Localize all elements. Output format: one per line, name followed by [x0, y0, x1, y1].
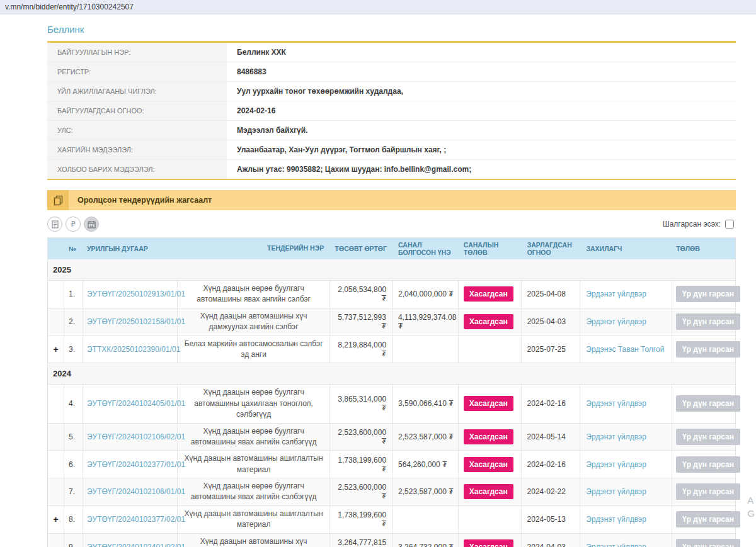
header-tender-name: ТЕНДЕРИЙН НЭР — [178, 238, 331, 259]
price-icon[interactable]: ₽ — [66, 217, 81, 232]
header-number: № — [64, 238, 83, 259]
info-row: ХАЯГИЙН МЭДЭЭЛЭЛ:Улаанбаатар, Хан-Уул дү… — [47, 140, 736, 160]
status-badge: Хасагдсан — [464, 314, 513, 329]
info-row: ХОЛБОО БАРИХ МЭДЭЭЛЭЛ:Ажлын утас: 990358… — [47, 160, 736, 179]
result-button[interactable]: Үр дүн гарсан — [676, 539, 740, 547]
tender-name: Хүнд даацын автомашины ашиглалтын матери… — [178, 506, 330, 533]
address-bar[interactable]: v.mn/mn/bidder/entity/1710300242507 — [0, 0, 756, 14]
row-expander[interactable] — [48, 478, 64, 505]
header-expander — [48, 238, 64, 259]
status-badge: Хасагдсан — [464, 286, 513, 302]
customer-link[interactable]: Эрдэнэс Таван Толгой — [586, 345, 664, 354]
offer-value: 3,264,732,000 ₮ — [393, 534, 459, 547]
table-row: 1. ЭУТӨҮГ/20250102913/01/01 Хүнд даацын … — [48, 281, 735, 308]
offer-status-cell: Хасагдсан — [459, 308, 522, 336]
offer-value: 3,590,066,410 ₮ — [393, 385, 459, 422]
budget-value: 3,264,777,815 ₮ — [330, 534, 393, 547]
info-value: Улаанбаатар, Хан-Уул дүүрэг, Тогтмол бай… — [227, 140, 736, 159]
info-row: УЛС:Мэдээлэл байхгүй. — [47, 121, 736, 140]
invoice-icon[interactable] — [47, 217, 62, 232]
cropped-edge-line: A — [747, 493, 755, 507]
result-button[interactable]: Үр дүн гарсан — [676, 429, 740, 445]
invitation-number-link[interactable]: ЭУТӨҮГ/20240102106/02/01 — [87, 432, 185, 441]
announced-date: 2024-05-13 — [522, 506, 581, 533]
announced-date: 2025-07-25 — [522, 336, 581, 363]
row-expander[interactable] — [48, 308, 64, 336]
customer-link[interactable]: Эрдэнэт үйлдвэр — [586, 317, 646, 326]
budget-value: 8,219,884,000 ₮ — [330, 336, 393, 363]
customer-link[interactable]: Эрдэнэт үйлдвэр — [586, 515, 646, 524]
info-label: ХОЛБОО БАРИХ МЭДЭЭЛЭЛ: — [47, 160, 227, 179]
offer-value — [393, 506, 459, 533]
checked-filter: Шалгарсан эсэх: — [663, 218, 736, 230]
tender-name: Хүнд даацын өөрөө буулгагч автомашины яв… — [178, 478, 330, 505]
table-row: 5. ЭУТӨҮГ/20240102106/02/01 Хүнд даацын … — [48, 424, 735, 451]
checked-filter-checkbox[interactable] — [725, 220, 734, 228]
customer-link[interactable]: Эрдэнэт үйлдвэр — [586, 432, 646, 441]
row-expander[interactable] — [48, 451, 64, 478]
section-banner: Оролцсон тендерүүдийн жагсаалт — [47, 190, 736, 210]
year-group-row: 2025 — [48, 259, 735, 281]
tender-name-text: Хүнд даацын өөрөө буулгагч автомашины ца… — [184, 387, 323, 420]
info-value: Уул уурхайн тоног төхөөрөмжийн худалдаа, — [227, 82, 736, 101]
offer-value: 2,523,587,000 ₮ — [393, 478, 459, 505]
row-number: 6. — [64, 451, 83, 478]
tender-table-body: 2025 1. ЭУТӨҮГ/20250102913/01/01 Хүнд да… — [48, 259, 735, 547]
result-button[interactable]: Үр дүн гарсан — [676, 483, 740, 500]
tender-name-text: Хүнд даацын автомашины ашиглалтын матери… — [184, 509, 323, 531]
main-content: Беллинк БАЙГУУЛЛАГЫН НЭР:Беллинк ХХКРЕГИ… — [47, 24, 736, 547]
customer-link[interactable]: Эрдэнэт үйлдвэр — [586, 487, 646, 496]
status-badge: Хасагдсан — [464, 484, 513, 499]
row-expander[interactable] — [48, 281, 64, 308]
invitation-number-link[interactable]: ЭУТӨҮГ/20250102913/01/01 — [87, 290, 185, 298]
invitation-number-link[interactable]: ЭТТХК/20250102390/01/01 — [87, 345, 180, 354]
invitation-number-link[interactable]: ЭУТӨҮГ/20240102401/02/01 — [87, 543, 185, 547]
row-expander[interactable]: + — [48, 506, 64, 533]
budget-value: 2,523,600,000 ₮ — [330, 478, 393, 505]
invitation-number-link[interactable]: ЭУТӨҮГ/20240102377/01/01 — [87, 460, 185, 469]
invitation-number-link[interactable]: ЭУТӨҮГ/20240102405/01/01 — [87, 399, 185, 408]
table-row: 9. ЭУТӨҮГ/20240102401/02/01 Хүнд даацын … — [48, 534, 735, 547]
result-button[interactable]: Үр дүн гарсан — [676, 341, 740, 358]
tender-name: Хүнд даацын автомашины хүч дамжуулах анг… — [178, 308, 330, 336]
offer-value: 564,260,000 ₮ — [393, 451, 459, 478]
calendar-icon[interactable] — [84, 217, 99, 232]
checked-filter-label: Шалгарсан эсэх: — [663, 220, 721, 228]
tender-name-text: Хүнд даацын автомашины ашиглалтын матери… — [184, 453, 323, 475]
invitation-number-link[interactable]: ЭУТӨҮГ/20250102158/01/01 — [87, 317, 185, 326]
row-expander[interactable]: + — [48, 336, 64, 363]
pages-icon — [47, 190, 69, 210]
customer-link[interactable]: Эрдэнэт үйлдвэр — [586, 290, 646, 298]
invitation-number-link[interactable]: ЭУТӨҮГ/20240102377/02/01 — [87, 515, 185, 524]
tender-name-text: Белаз маркийн автосамосвалын сэлбэг эд а… — [184, 339, 323, 361]
row-number: 9. — [64, 534, 83, 547]
page-title: Беллинк — [47, 24, 736, 35]
header-customer: ЗАХИЛАГЧ — [580, 238, 672, 259]
customer-link[interactable]: Эрдэнэт үйлдвэр — [586, 399, 646, 408]
result-button[interactable]: Үр дүн гарсан — [676, 511, 740, 527]
result-button[interactable]: Үр дүн гарсан — [676, 395, 740, 412]
row-expander[interactable] — [48, 424, 64, 451]
info-value: 2024-02-16 — [227, 101, 736, 120]
tender-name-text: Хүнд даацын өөрөө буулгагч автомашины яв… — [184, 283, 323, 305]
row-number: 1. — [64, 281, 83, 308]
cropped-edge-text: A G — [747, 493, 755, 520]
header-offer: САНАЛ БОЛГОСОН ҮНЭ — [393, 238, 459, 259]
result-button[interactable]: Үр дүн гарсан — [676, 456, 740, 473]
table-row: 2. ЭУТӨҮГ/20250102158/01/01 Хүнд даацын … — [48, 308, 735, 336]
row-expander[interactable] — [48, 385, 64, 422]
result-button[interactable]: Үр дүн гарсан — [676, 313, 740, 330]
tender-name: Хүнд даацын өөрөө буулгагч автомашины ца… — [178, 385, 330, 422]
table-row: + 8. ЭУТӨҮГ/20240102377/02/01 Хүнд даацы… — [48, 506, 735, 534]
invitation-number-link[interactable]: ЭУТӨҮГ/20240102106/01/01 — [87, 487, 185, 496]
row-expander[interactable] — [48, 534, 64, 547]
customer-link[interactable]: Эрдэнэт үйлдвэр — [586, 543, 646, 547]
info-row: БАЙГУУЛЛАГЫН НЭР:Беллинк ХХК — [47, 43, 736, 62]
result-button[interactable]: Үр дүн гарсан — [676, 286, 740, 302]
budget-value: 5,737,512,993 ₮ — [330, 308, 393, 336]
tender-name: Хүнд даацын өөрөө буулгагч автомашины яв… — [178, 281, 330, 308]
price-icon-glyph: ₽ — [71, 220, 76, 228]
customer-link[interactable]: Эрдэнэт үйлдвэр — [586, 460, 646, 469]
offer-status-cell: Хасагдсан — [459, 478, 522, 505]
status-badge: Хасагдсан — [464, 429, 513, 444]
